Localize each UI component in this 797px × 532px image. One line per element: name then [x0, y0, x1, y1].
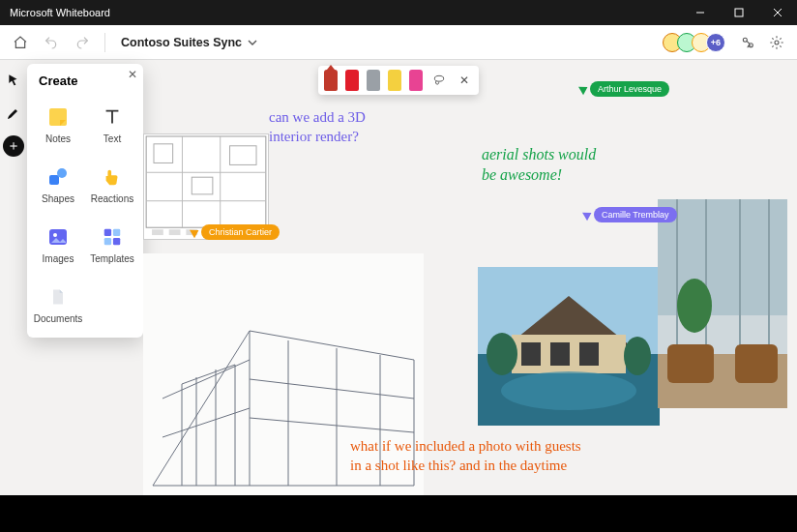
pen-red[interactable]	[345, 70, 359, 91]
svg-point-36	[501, 371, 636, 410]
maximize-button[interactable]	[720, 0, 758, 25]
pen-yellow[interactable]	[388, 70, 401, 91]
titlebar: Microsoft Whiteboard	[0, 0, 797, 25]
user-label: Arthur Levesque	[590, 81, 669, 97]
user-presence-camille: Camille Tremblay	[584, 207, 677, 222]
create-panel: ✕ Create Notes Text Shapes Reacti	[27, 64, 143, 338]
close-pentray-button[interactable]: ✕	[456, 72, 473, 89]
cursor-icon	[578, 83, 590, 96]
create-documents[interactable]: Documents	[33, 276, 83, 332]
reactions-icon	[100, 164, 125, 190]
svg-rect-47	[735, 344, 778, 383]
text-icon	[100, 104, 125, 130]
close-icon: ✕	[459, 74, 469, 87]
svg-point-11	[53, 233, 57, 237]
settings-button[interactable]	[764, 30, 789, 55]
presence-avatars[interactable]: +6	[667, 33, 725, 52]
left-rail: ＋	[0, 60, 27, 157]
svg-rect-14	[104, 237, 111, 244]
svg-point-48	[677, 279, 712, 333]
board-name-label: Contoso Suites Sync	[121, 36, 242, 49]
svg-rect-33	[521, 342, 541, 366]
redo-button[interactable]	[70, 30, 95, 55]
whiteboard-canvas[interactable]: ＋ ✕ Create Notes Text Shapes	[0, 60, 797, 495]
create-text[interactable]: Text	[87, 96, 137, 152]
user-label: Camille Tremblay	[594, 207, 677, 222]
toolbar-divider	[104, 33, 105, 52]
board-name-dropdown[interactable]: Contoso Suites Sync	[115, 32, 263, 53]
svg-rect-46	[667, 344, 714, 383]
tool-label: Text	[103, 133, 121, 144]
svg-rect-8	[49, 175, 59, 185]
create-notes[interactable]: Notes	[33, 96, 83, 152]
avatar-overflow[interactable]: +6	[706, 33, 725, 52]
svg-point-16	[434, 75, 443, 81]
close-icon: ✕	[128, 68, 137, 81]
create-templates[interactable]: Templates	[87, 216, 137, 272]
cursor-icon	[582, 209, 594, 222]
ink-tool[interactable]	[3, 103, 24, 124]
svg-rect-34	[550, 342, 570, 366]
image-house[interactable]	[478, 267, 660, 426]
svg-rect-25	[152, 229, 163, 235]
select-tool[interactable]	[3, 70, 24, 91]
pen-pink[interactable]	[409, 70, 423, 91]
svg-rect-1	[735, 9, 743, 16]
app-title: Microsoft Whiteboard	[10, 7, 110, 18]
tool-label: Reactions	[91, 193, 133, 204]
tool-label: Shapes	[42, 193, 74, 204]
shapes-icon	[45, 164, 71, 190]
add-button[interactable]: ＋	[3, 135, 24, 157]
svg-point-9	[57, 168, 67, 178]
share-button[interactable]	[735, 30, 760, 55]
svg-rect-12	[104, 228, 111, 235]
create-panel-title: Create	[33, 72, 137, 96]
chevron-down-icon	[248, 38, 257, 47]
cursor-icon	[190, 226, 201, 239]
svg-point-37	[487, 333, 517, 375]
app-toolbar: Contoso Suites Sync +6	[0, 25, 797, 60]
ink-note-guests[interactable]: what if we included a photo with guests …	[350, 437, 581, 475]
image-lobby[interactable]	[658, 199, 787, 408]
close-window-button[interactable]	[758, 0, 797, 25]
bottom-bar	[0, 495, 797, 532]
minimize-button[interactable]	[681, 0, 720, 25]
create-images[interactable]: Images	[33, 216, 83, 272]
pen-tray: .pen:nth-child(1)::before{border-bottom:…	[318, 66, 479, 95]
svg-rect-35	[579, 342, 599, 366]
note-icon	[45, 104, 71, 130]
close-panel-button[interactable]: ✕	[128, 68, 137, 81]
ink-note-render3d[interactable]: can we add a 3D interior render?	[269, 108, 366, 146]
ink-note-aerial[interactable]: aerial shots would be awesome!	[482, 145, 596, 186]
tool-label: Notes	[45, 133, 71, 144]
svg-rect-15	[113, 237, 120, 244]
lasso-tool[interactable]	[430, 72, 448, 89]
pen-gray[interactable]	[367, 70, 380, 91]
user-presence-arthur: Arthur Levesque	[580, 81, 669, 97]
svg-rect-7	[49, 108, 67, 126]
tool-label: Documents	[34, 313, 83, 324]
pen-red-dark[interactable]: .pen:nth-child(1)::before{border-bottom:…	[324, 70, 338, 91]
svg-point-38	[624, 337, 651, 375]
tool-label: Templates	[90, 253, 134, 264]
svg-point-6	[775, 41, 779, 44]
templates-icon	[100, 224, 125, 250]
user-presence-christian: Christian Cartier	[192, 224, 280, 240]
create-shapes[interactable]: Shapes	[33, 156, 83, 212]
plus-icon: ＋	[7, 137, 20, 155]
create-reactions[interactable]: Reactions	[87, 156, 137, 212]
svg-rect-17	[146, 136, 266, 227]
documents-icon	[45, 284, 71, 310]
tool-label: Images	[43, 253, 74, 264]
avatar-overflow-count: +6	[711, 38, 721, 47]
user-label: Christian Cartier	[201, 224, 280, 240]
images-icon	[45, 224, 71, 250]
undo-button[interactable]	[39, 30, 64, 55]
home-button[interactable]	[8, 30, 33, 55]
svg-rect-13	[113, 228, 120, 235]
svg-rect-26	[169, 229, 181, 235]
